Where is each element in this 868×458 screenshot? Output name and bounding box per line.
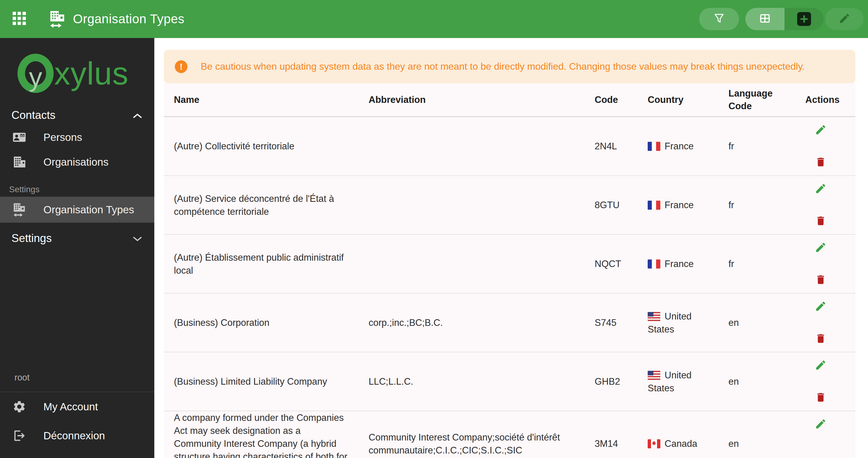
cell-code: 2N4L <box>595 140 648 153</box>
cell-name: (Business) Limited Liability Company <box>174 375 369 388</box>
brand-logo-text: xylus <box>54 57 129 89</box>
table-grid-icon <box>758 12 771 26</box>
country-flag-icon <box>648 200 664 210</box>
cell-language-code: fr <box>728 199 805 211</box>
logout-label: Déconnexion <box>43 430 105 442</box>
sidebar-group-settings-label: Settings <box>11 232 52 245</box>
sidebar-group-contacts[interactable]: Contacts <box>0 106 154 125</box>
country-flag-icon <box>648 311 664 322</box>
delete-row-button[interactable] <box>814 274 827 286</box>
cell-abbreviation: LLC;L.L.C. <box>369 375 595 388</box>
chevron-up-icon <box>133 109 142 122</box>
app-grid-button[interactable] <box>10 10 28 28</box>
column-header-language-code: Language Code <box>728 87 805 113</box>
edit-row-button[interactable] <box>814 418 827 431</box>
delete-row-button[interactable] <box>814 391 827 404</box>
top-bar: Organisation Types <box>0 0 868 38</box>
brand-logo-y: y <box>29 64 42 90</box>
column-header-actions: Actions <box>805 93 855 106</box>
delete-row-button[interactable] <box>814 215 827 228</box>
pencil-icon <box>815 359 827 372</box>
delete-row-button[interactable] <box>814 156 827 169</box>
pencil-icon <box>838 12 850 26</box>
chevron-down-icon <box>133 232 142 245</box>
cell-actions <box>805 235 855 293</box>
table-row: (Autre) Établissement public administrat… <box>164 235 855 293</box>
cell-country: France <box>648 199 728 211</box>
country-flag-icon <box>648 438 664 449</box>
organisation-types-table: Name Abbreviation Code Country Language … <box>164 83 855 458</box>
delete-row-button[interactable] <box>814 457 827 458</box>
cell-country: United States <box>648 369 728 395</box>
trash-icon <box>815 156 827 169</box>
username: root <box>0 373 154 382</box>
building-swap-icon <box>12 202 27 217</box>
building-swap-icon <box>48 10 66 28</box>
my-account-button[interactable]: My Account <box>0 392 154 421</box>
country-flag-icon <box>648 141 664 151</box>
sidebar-item-persons[interactable]: Persons <box>0 125 154 150</box>
cell-abbreviation: Community Interest Company;société d'int… <box>369 431 595 457</box>
filter-button[interactable] <box>699 8 739 30</box>
cell-language-code: fr <box>728 257 805 270</box>
country-flag-icon <box>648 370 664 380</box>
sidebar-footer: root My Account Déconnexion <box>0 373 154 458</box>
column-header-abbreviation: Abbreviation <box>369 93 595 106</box>
edit-row-button[interactable] <box>814 359 827 372</box>
my-account-label: My Account <box>43 401 98 413</box>
column-header-name: Name <box>174 93 369 106</box>
cell-name: (Business) Corporation <box>174 316 369 329</box>
sidebar-item-organisation-types[interactable]: Organisation Types <box>0 197 154 223</box>
cell-code: NQCT <box>595 257 648 270</box>
edit-row-button[interactable] <box>814 182 827 195</box>
edit-mode-button[interactable] <box>825 8 864 30</box>
edit-row-button[interactable] <box>814 124 827 136</box>
view-add-segment <box>745 8 824 30</box>
table-row: A company formed under the Companies Act… <box>164 411 855 458</box>
main-content: ! Be cautious when updating system data … <box>154 38 868 458</box>
cell-code: S745 <box>595 316 648 329</box>
building-icon <box>12 155 27 169</box>
table-body: (Autre) Collectivité territoriale2N4LFra… <box>164 117 855 458</box>
warning-icon: ! <box>175 60 187 73</box>
table-row: (Business) Corporationcorp.;inc.;BC;B.C.… <box>164 293 855 352</box>
table-view-button[interactable] <box>745 8 784 30</box>
warning-banner: ! Be cautious when updating system data … <box>164 50 855 83</box>
cell-language-code: en <box>728 437 805 450</box>
sidebar-item-organisations[interactable]: Organisations <box>0 150 154 174</box>
cell-actions <box>805 176 855 234</box>
funnel-icon <box>713 12 725 26</box>
cell-country: Canada <box>648 437 728 450</box>
warning-text: Be cautious when updating system data as… <box>201 61 805 72</box>
cell-language-code: en <box>728 316 805 329</box>
sidebar-group-settings[interactable]: Settings <box>0 229 154 248</box>
contact-card-icon <box>12 130 27 145</box>
pencil-icon <box>815 241 827 254</box>
trash-icon <box>815 391 827 404</box>
cell-actions <box>805 352 855 411</box>
logout-button[interactable]: Déconnexion <box>0 421 154 450</box>
trash-icon <box>815 274 827 287</box>
cell-abbreviation: corp.;inc.;BC;B.C. <box>369 316 595 329</box>
cell-name: (Autre) Établissement public administrat… <box>174 251 369 277</box>
cell-language-code: en <box>728 375 805 388</box>
table-row: (Business) Limited Liability CompanyLLC;… <box>164 352 855 411</box>
add-button[interactable] <box>784 8 824 30</box>
pencil-icon <box>815 124 827 137</box>
cell-country: France <box>648 257 728 270</box>
trash-icon <box>815 333 827 345</box>
cell-code: 3M14 <box>595 437 648 450</box>
table-row: (Autre) Service déconcentré de l'État à … <box>164 176 855 235</box>
cell-actions <box>805 411 855 458</box>
pencil-icon <box>815 300 827 313</box>
brand-logo-o: y <box>18 54 54 93</box>
delete-row-button[interactable] <box>814 333 827 345</box>
trash-icon <box>815 457 827 458</box>
sidebar-subheader-settings: Settings <box>0 184 154 194</box>
edit-row-button[interactable] <box>814 300 827 313</box>
trash-icon <box>815 215 827 228</box>
sidebar-item-label: Organisation Types <box>43 204 134 216</box>
page-title: Organisation Types <box>73 12 184 26</box>
cell-name: (Autre) Service déconcentré de l'État à … <box>174 192 369 218</box>
edit-row-button[interactable] <box>814 241 827 254</box>
